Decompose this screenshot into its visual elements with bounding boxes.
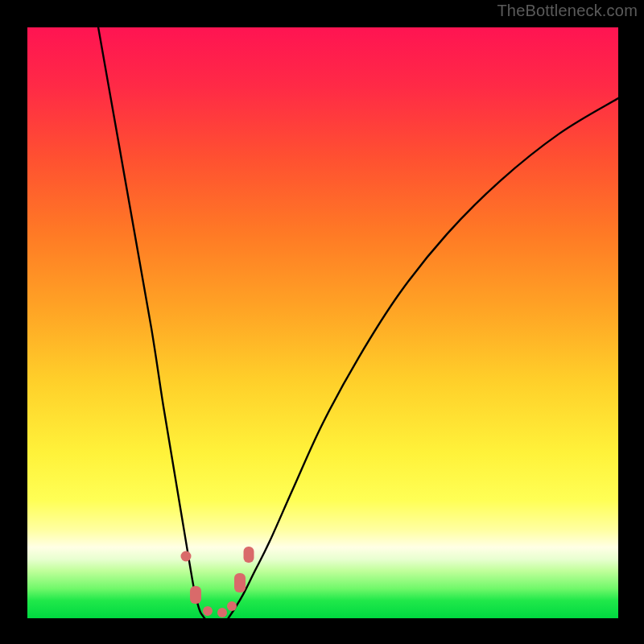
marker-right-lower bbox=[227, 601, 237, 611]
marker-left-lower bbox=[190, 586, 201, 604]
marker-left-upper bbox=[180, 551, 191, 561]
marker-right-upper bbox=[243, 547, 254, 563]
marker-valley-b bbox=[217, 608, 227, 617]
series-left-branch bbox=[98, 27, 204, 618]
plot-area bbox=[27, 27, 618, 618]
series-right-branch bbox=[229, 98, 618, 618]
curve-layer bbox=[27, 27, 618, 618]
watermark-text: TheBottleneck.com bbox=[497, 2, 638, 20]
marker-right-mid bbox=[234, 573, 246, 592]
marker-valley-a bbox=[203, 606, 213, 616]
chart-stage: TheBottleneck.com bbox=[0, 0, 644, 644]
